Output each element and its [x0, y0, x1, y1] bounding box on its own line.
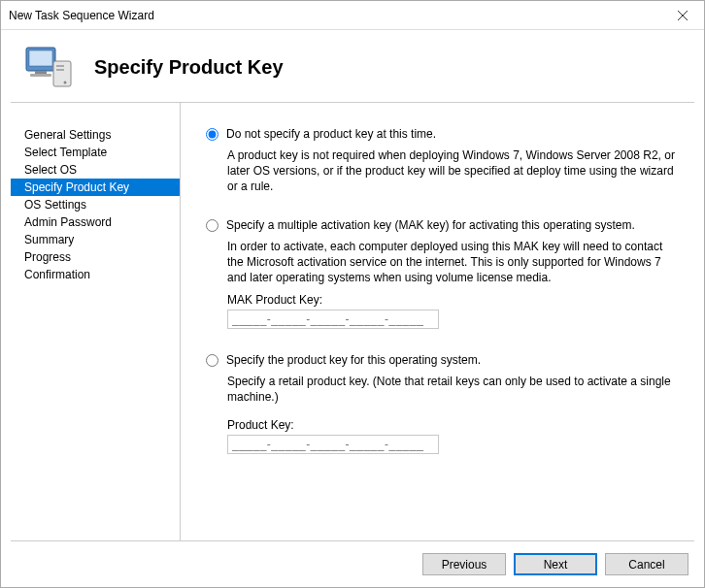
previous-button[interactable]: Previous [422, 553, 506, 575]
retail-key-input[interactable] [227, 435, 439, 454]
header: Specify Product Key [1, 30, 704, 102]
svg-rect-4 [35, 71, 47, 74]
svg-rect-6 [53, 61, 71, 86]
wizard-window: New Task Sequence Wizard Specify Product… [0, 0, 705, 588]
radio-mak-row[interactable]: Specify a multiple activation key (MAK k… [206, 217, 675, 233]
radio-no-key-label: Do not specify a product key at this tim… [226, 126, 436, 142]
sidebar-item-select-template[interactable]: Select Template [11, 144, 180, 161]
svg-rect-8 [56, 69, 64, 71]
computer-icon [20, 44, 75, 90]
radio-retail-label: Specify the product key for this operati… [226, 352, 481, 368]
sidebar-item-select-os[interactable]: Select OS [11, 161, 180, 179]
sidebar-item-admin-password[interactable]: Admin Password [11, 213, 180, 231]
window-title: New Task Sequence Wizard [9, 9, 154, 22]
radio-no-key-row[interactable]: Do not specify a product key at this tim… [206, 126, 675, 142]
sidebar-item-summary[interactable]: Summary [11, 231, 180, 248]
sidebar-item-os-settings[interactable]: OS Settings [11, 196, 180, 213]
sidebar-item-specify-product-key[interactable]: Specify Product Key [11, 179, 180, 196]
svg-rect-3 [29, 50, 52, 66]
footer: Previous Next Cancel [11, 540, 694, 587]
radio-mak-label: Specify a multiple activation key (MAK k… [226, 217, 635, 233]
retail-field-label: Product Key: [227, 418, 675, 432]
cancel-button[interactable]: Cancel [605, 553, 688, 575]
option-mak-key: Specify a multiple activation key (MAK k… [206, 217, 675, 329]
no-key-desc: A product key is not required when deplo… [227, 147, 675, 194]
mak-field-label: MAK Product Key: [227, 293, 675, 307]
svg-rect-7 [56, 65, 64, 67]
mak-desc: In order to activate, each computer depl… [227, 239, 675, 285]
close-button[interactable] [660, 1, 704, 29]
sidebar-item-general-settings[interactable]: General Settings [11, 126, 180, 144]
option-retail-key: Specify the product key for this operati… [206, 352, 675, 454]
radio-retail[interactable] [206, 354, 218, 367]
radio-no-key[interactable] [206, 128, 218, 141]
option-no-key: Do not specify a product key at this tim… [206, 126, 675, 194]
radio-mak[interactable] [206, 219, 218, 232]
mak-key-input[interactable] [227, 310, 439, 329]
sidebar-item-confirmation[interactable]: Confirmation [11, 266, 180, 283]
body: General Settings Select Template Select … [1, 103, 704, 540]
sidebar-item-progress[interactable]: Progress [11, 248, 180, 266]
sidebar: General Settings Select Template Select … [11, 103, 181, 540]
close-icon [678, 11, 688, 20]
svg-point-9 [64, 82, 67, 84]
next-button[interactable]: Next [514, 553, 597, 575]
svg-rect-5 [30, 74, 51, 77]
page-title: Specify Product Key [94, 56, 284, 79]
content-panel: Do not specify a product key at this tim… [181, 103, 694, 540]
radio-retail-row[interactable]: Specify the product key for this operati… [206, 352, 675, 368]
titlebar: New Task Sequence Wizard [1, 1, 704, 30]
retail-desc: Specify a retail product key. (Note that… [227, 374, 675, 405]
